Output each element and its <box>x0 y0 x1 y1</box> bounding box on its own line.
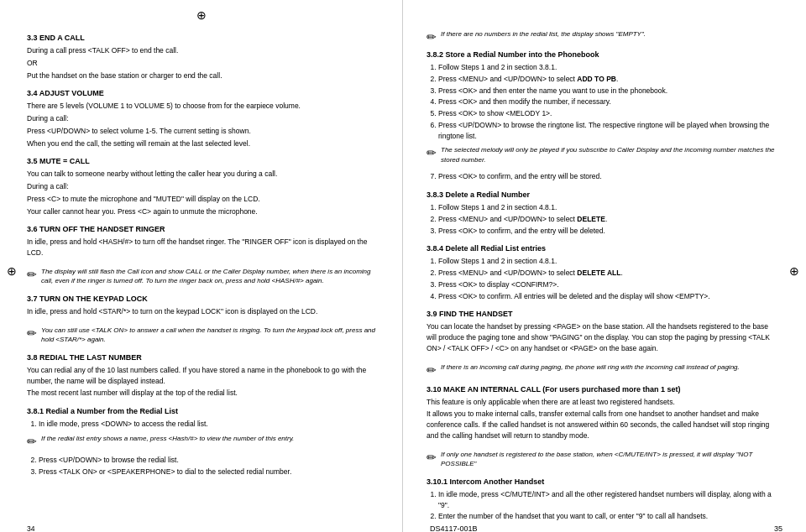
section-3-10-title: 3.10 MAKE AN INTERNAL CALL (For users pu… <box>427 385 779 394</box>
note-empty-redial-text: If there are no numbers in the redial li… <box>441 29 646 39</box>
page-number-right: 35 <box>774 524 782 532</box>
step-3-8-2-4: Press <OK> and then modify the number, i… <box>438 96 779 107</box>
section-3-4: 3.4 ADJUST VOLUME There are 5 levels (VO… <box>27 89 379 149</box>
section-3-9-body: You can locate the handset by pressing <… <box>427 321 779 353</box>
page-number-left: 34 <box>27 524 34 532</box>
section-3-6-note-text: The display will still flash the Call ic… <box>41 267 379 286</box>
section-3-8-1-note-text: If the redial list entry shows a name, p… <box>41 434 294 444</box>
section-3-8-1-steps2: Press <UP/DOWN> to browse the redial lis… <box>27 455 379 477</box>
section-3-8-2-note-text: The selected melody will only be played … <box>441 145 779 164</box>
section-3-10-1: 3.10.1 Intercom Another Handset In idle … <box>427 477 779 522</box>
step-3-8-2-6: Press <UP/DOWN> to browse the ringtone l… <box>438 120 779 142</box>
step-3-8-4-3: Press <OK> to display <CONFIRM?>. <box>438 279 779 290</box>
left-column: ⊕ ⊕ 3.3 END A CALL During a call press <… <box>0 0 403 532</box>
section-3-8-1: 3.8.1 Redial a Number from the Redial Li… <box>27 407 379 477</box>
step-3-8-3-3: Press <OK> to confirm, and the entry wil… <box>438 226 779 237</box>
step-3-8-4-2: Press <MENU> and <UP/DOWN> to select DEL… <box>438 268 779 279</box>
section-3-10: 3.10 MAKE AN INTERNAL CALL (For users pu… <box>427 385 779 469</box>
section-3-7-title: 3.7 TURN ON THE KEYPAD LOCK <box>27 295 379 303</box>
step-3-8-4-4: Press <OK> to confirm. All entries will … <box>438 291 779 302</box>
top-dot-left: ⊕ <box>196 8 207 22</box>
section-3-5-body: You can talk to someone nearby without l… <box>27 169 379 216</box>
right-column: ⊕ ✏ If there are no numbers in the redia… <box>403 0 806 532</box>
section-3-8-4-steps: Follow Steps 1 and 2 in section 4.8.1. P… <box>427 256 779 301</box>
section-3-3-body: During a call press <TALK OFF> to end th… <box>27 45 379 81</box>
step-3-8-2-2: Press <MENU> and <UP/DOWN> to select ADD… <box>438 74 779 85</box>
section-3-7-note-text: You can still use <TALK ON> to answer a … <box>41 326 379 345</box>
section-3-8: 3.8 REDIAL THE LAST NUMBER You can redia… <box>27 353 379 399</box>
note-icon-3-6: ✏ <box>27 268 37 281</box>
side-dot-left: ⊕ <box>7 264 17 278</box>
step-3-8-1-1: In idle mode, press <DOWN> to access the… <box>39 419 379 430</box>
section-3-9-note: ✏ If there is an incoming call during pa… <box>427 362 779 377</box>
side-dot-right: ⊕ <box>789 264 799 278</box>
step-3-8-3-2: Press <MENU> and <UP/DOWN> to select DEL… <box>438 214 779 225</box>
step-3-10-1-2: Enter the number of the handset that you… <box>438 511 779 522</box>
section-3-8-title: 3.8 REDIAL THE LAST NUMBER <box>27 353 379 362</box>
step-3-10-1-1: In idle mode, press <C/MUTE/INT> and all… <box>438 489 779 511</box>
section-3-8-2-steps-cont: Press <OK> to confirm, and the entry wil… <box>427 171 779 182</box>
note-icon-3-7: ✏ <box>27 326 37 340</box>
step-3-8-2-7: Press <OK> to confirm, and the entry wil… <box>438 171 779 182</box>
section-3-7: 3.7 TURN ON THE KEYPAD LOCK In idle, pre… <box>27 295 379 345</box>
section-3-9-title: 3.9 FIND THE HANDSET <box>427 310 779 318</box>
section-3-6-title: 3.6 TURN OFF THE HANDSET RINGER <box>27 225 379 233</box>
footer-right: DS4117-001B 35 <box>430 524 782 532</box>
section-3-6-note: ✏ The display will still flash the Call … <box>27 267 379 286</box>
note-icon-3-8-1: ✏ <box>27 435 37 448</box>
section-3-8-4: 3.8.4 Delete all Redial List entries Fol… <box>427 244 779 301</box>
section-3-9: 3.9 FIND THE HANDSET You can locate the … <box>427 310 779 376</box>
section-3-8-body: You can redial any of the 10 last number… <box>27 365 379 399</box>
doc-id: DS4117-001B <box>430 524 478 532</box>
section-3-8-4-title: 3.8.4 Delete all Redial List entries <box>427 244 779 253</box>
note-icon-3-8-2: ✏ <box>427 146 437 159</box>
section-3-3: 3.3 END A CALL During a call press <TALK… <box>27 34 379 81</box>
section-3-6: 3.6 TURN OFF THE HANDSET RINGER In idle,… <box>27 225 379 286</box>
note-icon-empty: ✏ <box>427 30 437 44</box>
section-3-8-1-note: ✏ If the redial list entry shows a name,… <box>27 434 379 448</box>
note-icon-3-10: ✏ <box>427 451 437 464</box>
step-3-8-2-3: Press <OK> and then enter the name you w… <box>438 86 779 96</box>
section-3-8-2: 3.8.2 Store a Redial Number into the Pho… <box>427 50 779 182</box>
section-3-9-note-text: If there is an incoming call during pagi… <box>441 362 740 373</box>
section-3-5-title: 3.5 MUTE = CALL <box>27 157 379 165</box>
section-3-8-1-steps: In idle mode, press <DOWN> to access the… <box>27 419 379 430</box>
step-3-8-2-1: Follow Steps 1 and 2 in section 3.8.1. <box>438 62 779 73</box>
section-3-8-2-steps: Follow Steps 1 and 2 in section 3.8.1. P… <box>427 62 779 141</box>
section-3-10-1-title: 3.10.1 Intercom Another Handset <box>427 477 779 486</box>
section-3-6-body: In idle, press and hold <HASH/#> to turn… <box>27 237 379 258</box>
section-3-8-1-title: 3.8.1 Redial a Number from the Redial Li… <box>27 407 379 415</box>
section-3-7-note: ✏ You can still use <TALK ON> to answer … <box>27 326 379 345</box>
section-3-8-2-title: 3.8.2 Store a Redial Number into the Pho… <box>427 50 779 59</box>
section-3-8-2-note: ✏ The selected melody will only be playe… <box>427 145 779 164</box>
step-3-8-1-3: Press <TALK ON> or <SPEAKERPHONE> to dia… <box>39 467 379 477</box>
section-3-10-note-text: If only one handset is registered to the… <box>441 450 779 469</box>
step-3-8-2-5: Press <OK> to show <MELODY 1>. <box>438 108 779 119</box>
section-3-5: 3.5 MUTE = CALL You can talk to someone … <box>27 157 379 216</box>
step-3-8-3-1: Follow Steps 1 and 2 in section 4.8.1. <box>438 202 779 213</box>
step-3-8-1-2: Press <UP/DOWN> to browse the redial lis… <box>39 455 379 466</box>
note-empty-redial: ✏ If there are no numbers in the redial … <box>427 29 779 44</box>
section-3-8-3-title: 3.8.3 Delete a Redial Number <box>427 190 779 199</box>
section-3-10-body: This feature is only applicable when the… <box>427 397 779 441</box>
step-3-8-4-1: Follow Steps 1 and 2 in section 4.8.1. <box>438 256 779 267</box>
section-3-4-title: 3.4 ADJUST VOLUME <box>27 89 379 97</box>
section-3-10-note: ✏ If only one handset is registered to t… <box>427 450 779 469</box>
section-3-3-title: 3.3 END A CALL <box>27 34 379 42</box>
note-icon-3-9: ✏ <box>427 363 437 377</box>
section-3-10-1-steps: In idle mode, press <C/MUTE/INT> and all… <box>427 489 779 522</box>
section-3-4-body: There are 5 levels (VOLUME 1 to VOLUME 5… <box>27 101 379 149</box>
section-3-7-body: In idle, press and hold <STAR/*> to turn… <box>27 306 379 317</box>
section-3-8-3-steps: Follow Steps 1 and 2 in section 4.8.1. P… <box>427 202 779 236</box>
section-3-8-3: 3.8.3 Delete a Redial Number Follow Step… <box>427 190 779 236</box>
